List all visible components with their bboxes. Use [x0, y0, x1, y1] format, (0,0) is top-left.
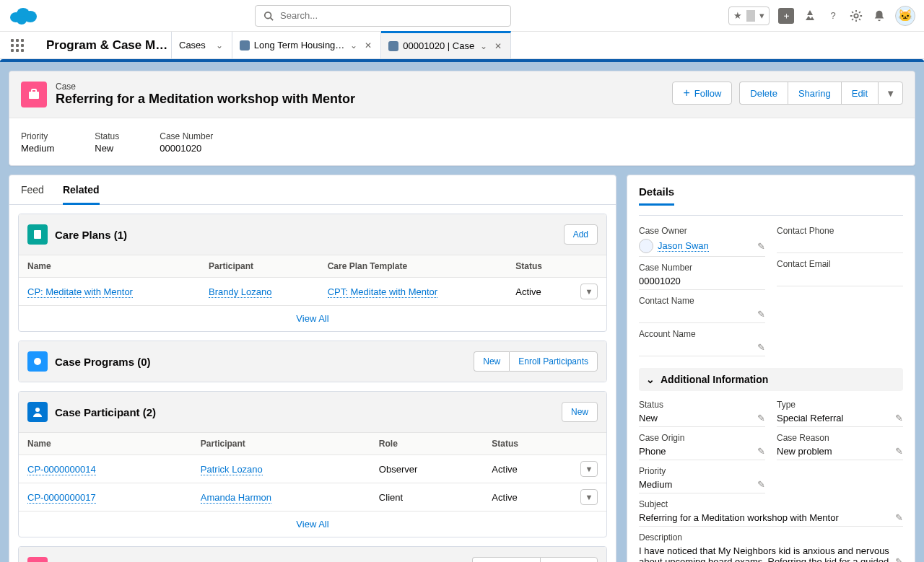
- setup-gear-icon[interactable]: [849, 9, 863, 23]
- details-title: Details: [639, 185, 674, 206]
- table-row: CP-0000000017 Amanda Harmon Client Activ…: [19, 483, 606, 511]
- care-plans-card: Care Plans (1) Add Name Participant Care…: [18, 214, 607, 332]
- favorites-button[interactable]: ★▾: [728, 6, 770, 25]
- nav-tab-case-00001020[interactable]: 00001020 | Case ⌄ ✕: [381, 31, 511, 58]
- chevron-down-icon[interactable]: ⌄: [214, 40, 225, 51]
- new-button[interactable]: New: [474, 351, 509, 372]
- app-launcher-button[interactable]: [0, 32, 35, 58]
- field-label: Case Owner: [639, 226, 765, 236]
- participant-link[interactable]: Amanda Harmon: [201, 492, 271, 504]
- edit-icon[interactable]: ✎: [895, 556, 903, 562]
- col-name: Name: [19, 255, 200, 278]
- field-value: New problem: [777, 446, 891, 457]
- notifications-bell-icon[interactable]: [872, 9, 886, 23]
- case-owner-link[interactable]: Jason Swan: [658, 240, 709, 252]
- chevron-down-icon[interactable]: ⌄: [349, 40, 359, 51]
- edit-icon[interactable]: ✎: [757, 309, 765, 320]
- tab-label: Cases: [179, 40, 206, 51]
- view-all-link[interactable]: View All: [296, 313, 328, 324]
- close-icon[interactable]: ✕: [493, 41, 503, 51]
- edit-icon[interactable]: ✎: [895, 512, 903, 523]
- row-menu-button[interactable]: ▼: [580, 284, 598, 299]
- row-menu-button[interactable]: ▼: [580, 489, 598, 505]
- case-team-icon: [27, 557, 48, 562]
- participant-record-link[interactable]: CP-0000000014: [27, 464, 96, 475]
- role-cell: Observer: [370, 455, 484, 483]
- search-input[interactable]: [280, 10, 505, 21]
- trailhead-icon[interactable]: [803, 9, 817, 23]
- record-title: Referring for a Meditation workshop with…: [56, 92, 355, 107]
- nav-bar: Program & Case M… Cases ⌄ Long Term Hous…: [0, 32, 924, 59]
- edit-icon[interactable]: ✎: [895, 413, 903, 423]
- role-cell: Client: [370, 483, 484, 511]
- card-title: Case Programs (0): [55, 356, 151, 368]
- participant-link[interactable]: Brandy Lozano: [209, 286, 271, 298]
- svg-point-12: [34, 358, 41, 365]
- care-plans-icon: [27, 224, 48, 245]
- nav-tab-long-term-housing[interactable]: Long Term Housing… ⌄ ✕: [232, 32, 382, 58]
- edit-icon[interactable]: ✎: [757, 479, 765, 490]
- tab-label: 00001020 | Case: [403, 40, 474, 51]
- global-header: ★▾ ＋ ? 🐱: [0, 0, 924, 32]
- additional-info-section[interactable]: ⌄ Additional Information: [639, 368, 903, 391]
- object-label: Case: [56, 82, 355, 92]
- svg-point-4: [265, 12, 271, 18]
- status-cell: Active: [483, 483, 572, 511]
- field-value: 00001020: [639, 276, 765, 286]
- add-member-button[interactable]: Add Member: [472, 557, 540, 562]
- svg-rect-10: [35, 232, 40, 233]
- edit-icon[interactable]: ✎: [757, 342, 765, 353]
- global-search[interactable]: [255, 5, 511, 27]
- col-status: Status: [483, 433, 572, 455]
- sharing-button[interactable]: Sharing: [788, 82, 841, 105]
- participant-link[interactable]: Patrick Lozano: [201, 464, 263, 475]
- plus-icon: +: [683, 87, 689, 99]
- care-plan-link[interactable]: CP: Meditate with Mentor: [27, 286, 133, 298]
- user-avatar[interactable]: 🐱: [895, 6, 915, 26]
- related-panel: Feed Related Care Plans (1) Add Name Par…: [9, 175, 616, 562]
- more-actions-button[interactable]: ▼: [878, 82, 903, 105]
- template-link[interactable]: CPT: Meditate with Mentor: [328, 286, 437, 298]
- help-icon[interactable]: ?: [826, 9, 840, 23]
- salesforce-logo-icon: [9, 6, 38, 26]
- close-icon[interactable]: ✕: [363, 40, 373, 51]
- details-panel: Details Case Owner Jason Swan✎ Case Numb…: [627, 175, 915, 562]
- field-value: Medium: [21, 143, 54, 154]
- edit-button[interactable]: Edit: [841, 82, 878, 105]
- edit-icon[interactable]: ✎: [757, 413, 765, 423]
- participant-record-link[interactable]: CP-0000000017: [27, 492, 96, 504]
- field-value: New: [95, 143, 119, 154]
- delete-button[interactable]: Delete: [739, 82, 788, 105]
- chevron-down-icon: ⌄: [646, 374, 655, 385]
- record-icon: [388, 41, 398, 51]
- col-participant: Participant: [192, 433, 370, 455]
- field-value: 00001020: [160, 143, 213, 154]
- change-owner-icon[interactable]: ✎: [757, 241, 765, 252]
- svg-rect-11: [35, 234, 40, 235]
- edit-icon[interactable]: ✎: [757, 446, 765, 457]
- tab-related[interactable]: Related: [63, 184, 100, 205]
- nav-tab-cases[interactable]: Cases ⌄: [172, 32, 232, 58]
- new-button[interactable]: New: [562, 402, 598, 422]
- col-status: Status: [507, 255, 572, 278]
- field-label: Subject: [639, 499, 903, 509]
- add-button[interactable]: Add: [564, 224, 598, 245]
- follow-button[interactable]: +Follow: [672, 82, 732, 105]
- edit-icon[interactable]: ✎: [895, 446, 903, 457]
- record-icon: [240, 40, 250, 51]
- add-icon[interactable]: ＋: [778, 8, 794, 24]
- enroll-participants-button[interactable]: Enroll Participants: [509, 351, 598, 372]
- field-label: Case Number: [160, 131, 213, 141]
- row-menu-button[interactable]: ▼: [580, 461, 598, 477]
- svg-point-13: [35, 408, 40, 412]
- view-all-link[interactable]: View All: [296, 519, 328, 530]
- field-label: Type: [777, 400, 903, 410]
- case-programs-icon: [27, 351, 48, 372]
- chevron-down-icon[interactable]: ⌄: [479, 41, 489, 51]
- tab-label: Long Term Housing…: [254, 40, 345, 51]
- star-icon: ★: [729, 10, 746, 21]
- status-cell: Active: [483, 455, 572, 483]
- field-label: Case Reason: [777, 433, 903, 443]
- tab-feed[interactable]: Feed: [21, 184, 44, 204]
- add-team-button[interactable]: Add Team: [540, 557, 598, 562]
